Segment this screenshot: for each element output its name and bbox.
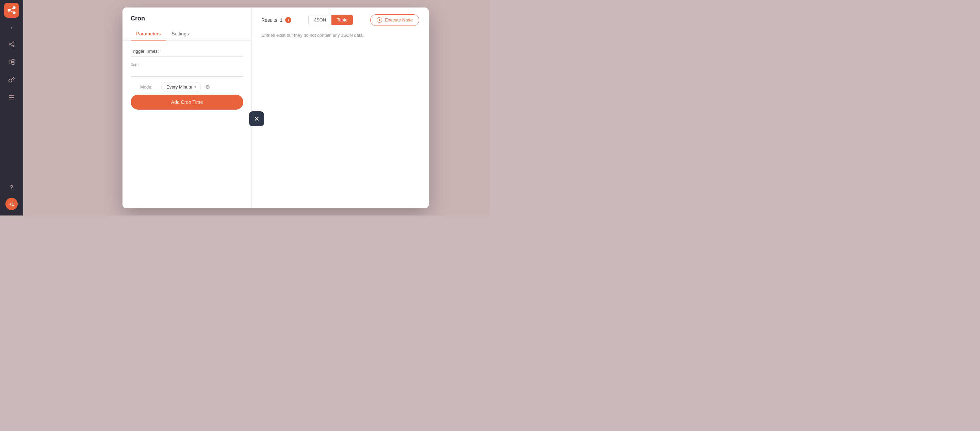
- modal-left-panel: Cron Parameters Settings Trigger Times: …: [123, 8, 252, 208]
- svg-point-5: [9, 43, 10, 45]
- tab-parameters[interactable]: Parameters: [130, 27, 166, 40]
- user-avatar[interactable]: +1: [5, 198, 18, 210]
- gear-icon[interactable]: ⚙: [205, 84, 210, 90]
- item-field: Item:: [130, 62, 243, 77]
- item-input[interactable]: [130, 69, 243, 77]
- sidebar-item-credentials[interactable]: [4, 72, 19, 87]
- modal-close-button[interactable]: ✕: [249, 111, 264, 126]
- svg-point-6: [13, 42, 14, 43]
- svg-rect-11: [12, 59, 14, 62]
- svg-line-8: [10, 43, 13, 44]
- svg-point-0: [8, 9, 10, 11]
- sidebar-item-executions[interactable]: [4, 90, 19, 105]
- sidebar-logo[interactable]: [4, 3, 19, 18]
- table-view-button[interactable]: Table: [331, 15, 353, 25]
- svg-point-7: [13, 46, 14, 46]
- mode-label: Mode:: [140, 85, 157, 89]
- sidebar-item-help[interactable]: ?: [4, 180, 19, 195]
- sidebar-bottom: ? +1: [4, 180, 19, 216]
- svg-line-4: [10, 11, 14, 12]
- trigger-times-label: Trigger Times:: [130, 49, 243, 54]
- mode-row: Mode: Every Minute ▾ ⚙: [140, 82, 243, 92]
- results-header: Results: 1 i JSON Table Execute Node: [261, 14, 419, 26]
- sidebar: › ? +1: [0, 0, 23, 216]
- sidebar-item-workflow[interactable]: [4, 54, 19, 69]
- info-icon[interactable]: i: [285, 17, 291, 23]
- tab-settings[interactable]: Settings: [166, 27, 194, 40]
- executions-icon: [8, 94, 15, 101]
- cron-modal: Cron Parameters Settings Trigger Times: …: [123, 8, 429, 208]
- results-message: Entries exist but they do not contain an…: [261, 33, 419, 38]
- item-label: Item:: [130, 62, 243, 67]
- modal-parameters-content: Trigger Times: Item: Mode: Every Minute …: [123, 40, 251, 208]
- execute-node-button[interactable]: Execute Node: [370, 14, 419, 26]
- results-left: Results: 1 i: [261, 17, 291, 23]
- execute-play-icon: [377, 18, 382, 23]
- modal-tabs: Parameters Settings: [123, 27, 251, 40]
- mode-select-value: Every Minute: [166, 85, 192, 89]
- results-label: Results: 1: [261, 18, 282, 23]
- nodes-icon: [8, 41, 15, 48]
- sidebar-toggle-button[interactable]: ›: [7, 23, 16, 33]
- trigger-times-divider: [130, 56, 243, 57]
- modal-title: Cron: [123, 8, 251, 27]
- svg-rect-12: [12, 62, 14, 65]
- logo-icon: [7, 6, 16, 14]
- workflow-icon: [8, 59, 15, 65]
- mode-select-dropdown[interactable]: Every Minute ▾: [161, 82, 201, 92]
- svg-rect-10: [9, 61, 11, 63]
- chevron-down-icon: ▾: [194, 85, 196, 89]
- add-cron-time-button[interactable]: Add Cron Time: [130, 95, 243, 110]
- view-toggle: JSON Table: [308, 14, 353, 25]
- json-view-button[interactable]: JSON: [309, 15, 331, 25]
- execute-btn-label: Execute Node: [385, 18, 413, 22]
- sidebar-item-nodes[interactable]: [4, 37, 19, 52]
- modal-right-panel: Results: 1 i JSON Table Execute Node Ent…: [252, 8, 429, 208]
- help-icon: ?: [10, 185, 13, 191]
- svg-line-3: [10, 8, 14, 10]
- credentials-icon: [8, 76, 15, 83]
- svg-line-9: [10, 45, 13, 46]
